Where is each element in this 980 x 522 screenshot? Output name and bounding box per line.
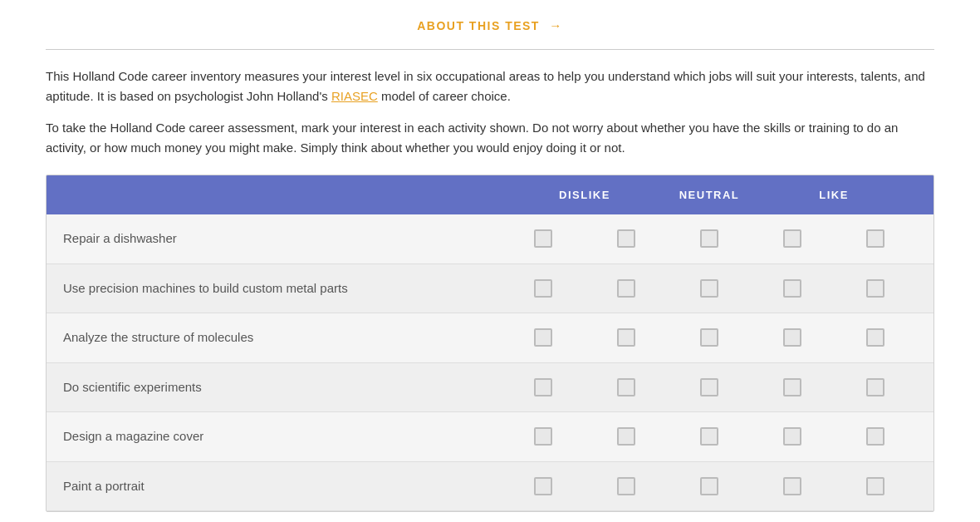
checkbox-like-strong[interactable] (866, 477, 884, 495)
th-neutral-group: NEUTRAL (668, 187, 751, 204)
checkbox-dislike-strong[interactable] (534, 427, 552, 446)
intro-paragraph-1: This Holland Code career inventory measu… (46, 66, 934, 106)
activity-label: Paint a portrait (63, 477, 502, 496)
checkbox-like-strong[interactable] (866, 427, 884, 446)
checkbox-dislike-mild[interactable] (617, 229, 635, 248)
checkbox-like-mild[interactable] (783, 378, 801, 396)
checkbox-dislike-strong[interactable] (534, 279, 552, 298)
checkbox-neutral[interactable] (700, 427, 718, 446)
page-wrapper: ABOUT THIS TEST → This Holland Code care… (21, 0, 959, 522)
checkbox-neutral[interactable] (700, 378, 718, 396)
table-header: DISLIKE NEUTRAL LIKE (47, 175, 933, 215)
checkbox-neutral[interactable] (700, 279, 718, 298)
checkbox-dislike-strong[interactable] (534, 378, 552, 396)
table-row: Use precision machines to build custom m… (47, 264, 933, 314)
checkbox-dislike-mild[interactable] (617, 378, 635, 396)
divider (46, 49, 934, 50)
checkbox-neutral[interactable] (700, 477, 718, 495)
table-row: Do scientific experiments (47, 363, 933, 413)
intro-paragraph-2: To take the Holland Code career assessme… (46, 118, 934, 158)
riasec-link[interactable]: RIASEC (331, 89, 378, 103)
th-rating-group: DISLIKE NEUTRAL LIKE (502, 187, 917, 204)
about-test-header: ABOUT THIS TEST → (46, 17, 934, 36)
table-row: Analyze the structure of molecules (47, 313, 933, 363)
table-row: Repair a dishwasher (47, 214, 933, 264)
checkbox-dislike-strong[interactable] (534, 328, 552, 347)
checkbox-dislike-mild[interactable] (617, 279, 635, 298)
checkbox-neutral[interactable] (700, 328, 718, 347)
th-neutral-label: NEUTRAL (679, 187, 740, 204)
table-row: Paint a portrait (47, 462, 933, 512)
checkbox-like-strong[interactable] (866, 328, 884, 347)
checkbox-like-strong[interactable] (866, 229, 884, 248)
checkbox-like-mild[interactable] (783, 279, 801, 298)
th-dislike-group: DISLIKE (502, 187, 668, 204)
checkbox-like-mild[interactable] (783, 328, 801, 347)
checkbox-dislike-strong[interactable] (534, 229, 552, 248)
activity-table: DISLIKE NEUTRAL LIKE Repair a dishwasher… (46, 175, 934, 513)
activity-label: Use precision machines to build custom m… (63, 279, 502, 298)
checkbox-group (502, 477, 917, 495)
about-test-label: ABOUT THIS TEST (417, 19, 540, 32)
table-row: Design a magazine cover (47, 412, 933, 462)
checkbox-like-strong[interactable] (866, 279, 884, 298)
checkbox-group (502, 378, 917, 396)
about-test-link[interactable]: ABOUT THIS TEST → (417, 19, 563, 32)
activity-rows: Repair a dishwasherUse precision machine… (47, 214, 933, 511)
about-test-arrow: → (549, 18, 563, 32)
checkbox-like-mild[interactable] (783, 427, 801, 446)
checkbox-group (502, 427, 917, 446)
checkbox-neutral[interactable] (700, 229, 718, 248)
checkbox-like-strong[interactable] (866, 378, 884, 396)
checkbox-dislike-mild[interactable] (617, 477, 635, 495)
checkbox-group (502, 328, 917, 347)
th-like-label: LIKE (819, 187, 849, 204)
activity-label: Analyze the structure of molecules (63, 328, 502, 347)
checkbox-like-mild[interactable] (783, 229, 801, 248)
checkbox-dislike-mild[interactable] (617, 328, 635, 347)
checkbox-dislike-mild[interactable] (617, 427, 635, 446)
checkbox-group (502, 229, 917, 248)
checkbox-group (502, 279, 917, 298)
checkbox-dislike-strong[interactable] (534, 477, 552, 495)
th-dislike-label: DISLIKE (559, 187, 610, 204)
activity-label: Do scientific experiments (63, 378, 502, 397)
activity-label: Repair a dishwasher (63, 229, 502, 249)
th-like-group: LIKE (751, 187, 917, 204)
checkbox-like-mild[interactable] (783, 477, 801, 495)
activity-label: Design a magazine cover (63, 427, 502, 446)
